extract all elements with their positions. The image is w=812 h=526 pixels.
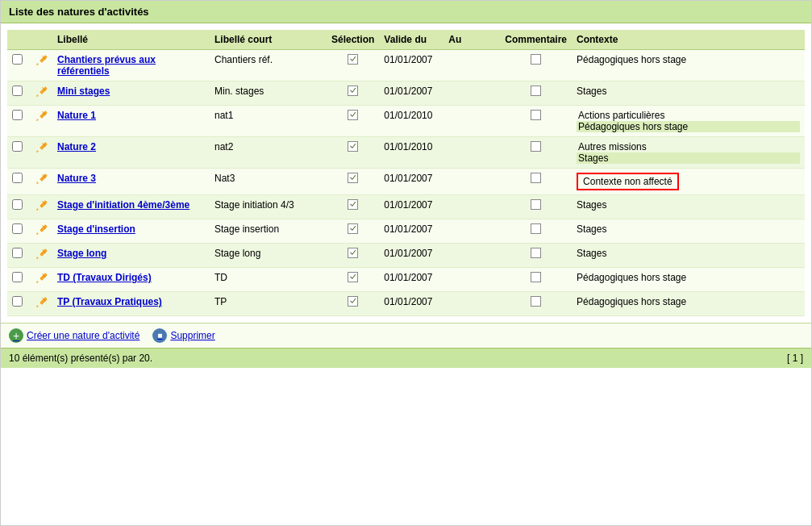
libelle-court-cell: Chantiers réf. <box>210 50 327 81</box>
libelle-court-cell: Stage long <box>210 244 327 268</box>
au-cell <box>443 81 500 106</box>
delete-link[interactable]: ■ Supprimer <box>152 328 214 343</box>
edit-link[interactable] <box>35 203 48 215</box>
libelle-link[interactable]: TD (Travaux Dirigés) <box>57 272 152 283</box>
pencil-icon <box>35 110 48 123</box>
commentaire-unchecked-icon <box>531 86 541 96</box>
libelle-cell: Stage d'initiation 4ème/3ème <box>52 195 210 219</box>
libelle-link[interactable]: Stage long <box>57 248 106 259</box>
commentaire-unchecked-icon <box>531 296 541 307</box>
edit-cell <box>30 169 52 195</box>
libelle-cell: TD (Travaux Dirigés) <box>52 268 210 292</box>
edit-cell <box>30 50 52 81</box>
pencil-icon <box>35 86 48 98</box>
libelle-court-cell: Stage insertion <box>210 219 327 244</box>
valide-du-cell: 01/01/2007 <box>379 219 443 244</box>
edit-cell <box>30 219 52 244</box>
col-header-au: Au <box>443 30 500 50</box>
table-row: Nature 2nat201/01/2010Autres missionsSta… <box>7 137 805 169</box>
libelle-link[interactable]: Chantiers prévus aux référentiels <box>57 54 156 77</box>
libelle-cell: Mini stages <box>52 81 210 106</box>
row-checkbox[interactable] <box>12 86 23 96</box>
edit-cell <box>30 81 52 106</box>
commentaire-cell <box>500 268 572 292</box>
table-row: Stage longStage long01/01/2007Stages <box>7 244 805 268</box>
edit-link[interactable] <box>35 145 48 157</box>
valide-du-cell: 01/01/2007 <box>379 244 443 268</box>
libelle-cell: Chantiers prévus aux référentiels <box>52 50 210 81</box>
edit-cell <box>30 195 52 219</box>
edit-link[interactable] <box>35 276 48 287</box>
row-checkbox[interactable] <box>12 272 23 282</box>
contexte-cell: Pédagogiques hors stage <box>572 292 805 316</box>
edit-link[interactable] <box>35 300 48 311</box>
edit-link[interactable] <box>35 228 48 239</box>
row-checkbox[interactable] <box>12 141 23 152</box>
svg-rect-21 <box>40 248 48 257</box>
commentaire-unchecked-icon <box>531 173 541 183</box>
table-row: Stage d'initiation 4ème/3èmeStage initia… <box>7 195 805 219</box>
libelle-court-cell: nat2 <box>210 137 327 169</box>
table-header-row: Libellé Libellé court Sélection Valide d… <box>7 30 805 50</box>
row-checkbox[interactable] <box>12 248 23 258</box>
row-checkbox[interactable] <box>12 110 23 120</box>
libelle-court-cell: Nat3 <box>210 169 327 195</box>
context-highlight-box: Contexte non affecté <box>577 173 679 190</box>
row-checkbox[interactable] <box>12 223 23 234</box>
svg-marker-1 <box>36 63 39 65</box>
svg-rect-24 <box>40 273 48 281</box>
contexte-cell: Stages <box>572 195 805 219</box>
commentaire-cell <box>500 195 572 219</box>
row-checkbox[interactable] <box>12 199 23 210</box>
selection-cell <box>327 219 379 244</box>
edit-link[interactable] <box>35 177 48 188</box>
row-checkbox[interactable] <box>12 296 23 307</box>
edit-link[interactable] <box>35 114 48 125</box>
table-row: Chantiers prévus aux référentielsChantie… <box>7 50 805 81</box>
svg-marker-4 <box>36 94 39 97</box>
svg-rect-27 <box>40 297 48 305</box>
commentaire-unchecked-icon <box>531 199 541 210</box>
libelle-link[interactable]: TP (Travaux Pratiques) <box>57 296 162 307</box>
create-link[interactable]: + Créer une nature d'activité <box>9 328 139 343</box>
svg-marker-13 <box>36 182 39 184</box>
svg-marker-16 <box>36 208 39 211</box>
commentaire-cell <box>500 106 572 137</box>
selection-checked-icon <box>348 272 358 282</box>
table-row: TP (Travaux Pratiques)TP01/01/2007Pédago… <box>7 292 805 316</box>
edit-cell <box>30 292 52 316</box>
edit-link[interactable] <box>35 90 48 101</box>
svg-marker-19 <box>36 232 39 235</box>
valide-du-cell: 01/01/2007 <box>379 195 443 219</box>
libelle-link[interactable]: Nature 3 <box>57 173 96 184</box>
row-checkbox[interactable] <box>12 54 23 65</box>
libelle-link[interactable]: Nature 2 <box>57 141 96 152</box>
edit-link[interactable] <box>35 252 48 263</box>
edit-cell <box>30 268 52 292</box>
commentaire-cell <box>500 244 572 268</box>
commentaire-unchecked-icon <box>531 223 541 234</box>
context-line: Autres missions <box>577 141 800 152</box>
libelle-link[interactable]: Mini stages <box>57 86 110 97</box>
pencil-icon <box>35 173 48 186</box>
libelle-link[interactable]: Stage d'insertion <box>57 223 135 235</box>
contexte-cell: Contexte non affecté <box>572 169 805 195</box>
pencil-icon <box>35 272 48 285</box>
au-cell <box>443 106 500 137</box>
row-checkbox[interactable] <box>12 173 23 183</box>
edit-link[interactable] <box>35 58 48 69</box>
contexte-cell: Stages <box>572 219 805 244</box>
au-cell <box>443 169 500 195</box>
commentaire-unchecked-icon <box>531 141 541 152</box>
libelle-link[interactable]: Nature 1 <box>57 110 96 121</box>
selection-checked-icon <box>348 86 358 96</box>
libelle-cell: Nature 3 <box>52 169 210 195</box>
status-label: 10 élément(s) présenté(s) par 20. <box>9 353 152 364</box>
valide-du-cell: 01/01/2007 <box>379 268 443 292</box>
au-cell <box>443 268 500 292</box>
svg-marker-7 <box>36 119 39 121</box>
valide-du-cell: 01/01/2007 <box>379 292 443 316</box>
libelle-link[interactable]: Stage d'initiation 4ème/3ème <box>57 199 189 211</box>
selection-cell <box>327 106 379 137</box>
table-row: Stage d'insertionStage insertion01/01/20… <box>7 219 805 244</box>
